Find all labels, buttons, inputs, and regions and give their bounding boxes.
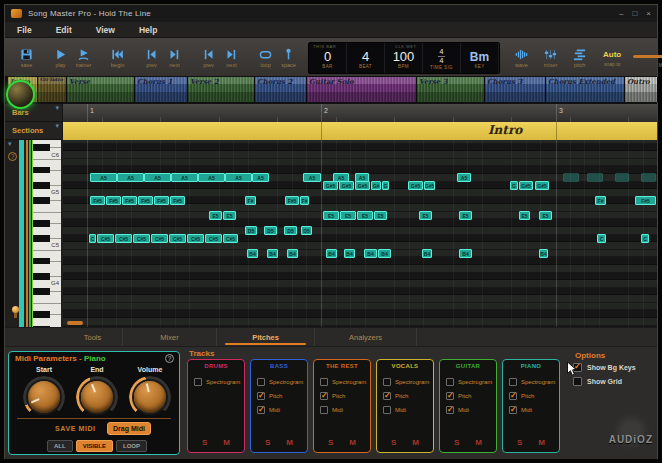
mute-button[interactable]: M [286, 438, 293, 447]
midi-note-a5[interactable] [615, 173, 629, 182]
piano-key-black[interactable] [33, 220, 50, 227]
midi-note-d5[interactable]: D5 [245, 226, 257, 235]
begin-button[interactable]: begin [106, 48, 129, 68]
close-button[interactable]: × [646, 10, 651, 18]
midi-note-b4[interactable]: B4 [422, 249, 432, 258]
midi-note-e5[interactable]: E5 [323, 211, 339, 220]
midi-note-fs5[interactable]: F# [300, 196, 309, 205]
master-volume-slider[interactable] [633, 55, 662, 58]
midi-note-gs5[interactable]: G [510, 181, 518, 190]
midi-note-gs5[interactable]: G#5 [424, 181, 435, 190]
drag-midi-button[interactable]: Drag Midi [107, 422, 151, 435]
midi-note-fs5[interactable]: F#5 [154, 196, 169, 205]
help-icon[interactable]: ? [165, 354, 174, 363]
song-section-guitar-solo[interactable]: Guitar Solo [307, 77, 417, 102]
sections-label-cell[interactable]: Sections ▾ [5, 122, 63, 140]
midi-note-b4[interactable]: B4 [267, 249, 278, 258]
midi-note-a5[interactable]: A5 [225, 173, 252, 182]
piano-key-black[interactable] [33, 235, 50, 242]
snap-value[interactable]: Auto [603, 50, 621, 59]
midi-note-b4[interactable]: B4 [364, 249, 377, 258]
spectrogram-checkbox[interactable] [383, 378, 391, 386]
piano-key-black[interactable] [33, 197, 50, 204]
playhead-jog-wheel[interactable] [6, 80, 35, 109]
midi-note-fs5[interactable]: F#5 [170, 196, 185, 205]
spectrogram-checkbox[interactable] [257, 378, 265, 386]
prev-section-button[interactable]: prev [197, 48, 220, 68]
chevron-down-icon[interactable]: ▾ [55, 122, 59, 130]
spectrogram-checkbox[interactable] [194, 378, 202, 386]
spectrogram-checkbox[interactable] [320, 378, 328, 386]
tab-mixer[interactable]: Mixer [123, 328, 217, 346]
menu-file[interactable]: File [5, 25, 44, 35]
current-section-bar[interactable]: Intro [63, 122, 657, 140]
midi-checkbox[interactable] [509, 406, 517, 414]
midi-note-fs5[interactable]: F# [595, 196, 606, 205]
piano-key-black[interactable] [33, 167, 50, 174]
mute-button[interactable]: M [475, 438, 482, 447]
trainer-button[interactable]: trainer [72, 48, 95, 68]
midi-note-cs5[interactable]: C#5 [169, 234, 186, 243]
minimize-button[interactable]: – [619, 10, 623, 18]
piano-key-black[interactable] [33, 273, 50, 280]
pitch-checkbox[interactable] [509, 392, 517, 400]
midi-note-cs5[interactable]: C [597, 234, 606, 243]
midi-note-e5[interactable]: E5 [519, 211, 530, 220]
midi-note-cs5[interactable]: C#5 [115, 234, 132, 243]
midi-note-gs5[interactable]: G# [371, 181, 381, 190]
piano-key-black[interactable] [33, 182, 50, 189]
bar-ruler[interactable]: 123 [63, 104, 657, 122]
midi-note-gs5[interactable]: G#5 [408, 181, 423, 190]
track-option-midi[interactable]: Midi [509, 406, 532, 414]
midi-note-a5[interactable]: A5 [117, 173, 144, 182]
chevron-down-icon[interactable]: ▾ [55, 104, 59, 112]
midi-note-gs5[interactable]: G#5 [355, 181, 370, 190]
tab-pitches[interactable]: Pitches [217, 328, 315, 346]
midi-note-gs5[interactable]: G#5 [323, 181, 338, 190]
option-show-grid[interactable]: Show Grid [573, 377, 622, 386]
midi-note-a5[interactable]: A5 [144, 173, 171, 182]
track-option-pitch[interactable]: Pitch [446, 392, 471, 400]
midi-note-a5[interactable]: A5 [171, 173, 198, 182]
midi-note-fs5[interactable]: F#5 [635, 196, 656, 205]
mixer-view-button[interactable]: mixer [539, 48, 562, 68]
solo-button[interactable]: S [202, 438, 207, 447]
display-key[interactable]: BmKEY [461, 43, 499, 73]
track-option-pitch[interactable]: Pitch [257, 392, 282, 400]
midi-checkbox[interactable] [257, 406, 265, 414]
song-section-verse[interactable]: Verse [67, 77, 135, 102]
track-option-spectrogram[interactable]: Spectrogram [320, 378, 366, 386]
midi-note-fs5[interactable]: F#5 [285, 196, 299, 205]
midi-note-gs5[interactable]: G [382, 181, 389, 190]
midi-note-e5[interactable]: E5 [374, 211, 387, 220]
midi-note-a5[interactable]: A5 [198, 173, 225, 182]
song-section-chorus-1[interactable]: Chorus 1 [135, 77, 188, 102]
range-visible-button[interactable]: VISIBLE [76, 440, 113, 452]
song-section-verse-3[interactable]: Verse 3 [417, 77, 485, 102]
track-option-midi[interactable]: Midi [257, 406, 280, 414]
mute-button[interactable]: M [412, 438, 419, 447]
solo-button[interactable]: S [328, 438, 333, 447]
midi-note-fs5[interactable]: F#5 [106, 196, 121, 205]
midi-note-cs5[interactable]: C#5 [187, 234, 204, 243]
midi-note-a5[interactable]: A5 [90, 173, 117, 182]
range-all-button[interactable]: ALL [47, 440, 73, 452]
midi-note-d5[interactable]: D5 [301, 226, 312, 235]
song-section-gtr-intro[interactable]: Gtr Intro [38, 77, 67, 102]
solo-button[interactable]: S [391, 438, 396, 447]
space-button[interactable]: space [277, 48, 300, 68]
menu-edit[interactable]: Edit [44, 25, 84, 35]
midi-note-b4[interactable]: B4 [539, 249, 548, 258]
tab-analyzers[interactable]: Analyzers [315, 328, 417, 346]
range-loop-button[interactable]: LOOP [116, 440, 147, 452]
midi-checkbox[interactable] [383, 406, 391, 414]
track-option-spectrogram[interactable]: Spectrogram [446, 378, 492, 386]
option-show-bg-keys[interactable]: Show Bg Keys [573, 363, 636, 372]
midi-note-b4[interactable]: B4 [326, 249, 337, 258]
midi-note-cs5[interactable]: C#5 [151, 234, 168, 243]
midi-note-b4[interactable]: B4 [344, 249, 355, 258]
track-option-midi[interactable]: Midi [383, 406, 406, 414]
midi-note-b4[interactable]: B4 [378, 249, 391, 258]
knob-dial[interactable] [28, 381, 60, 413]
track-option-pitch[interactable]: Pitch [320, 392, 345, 400]
